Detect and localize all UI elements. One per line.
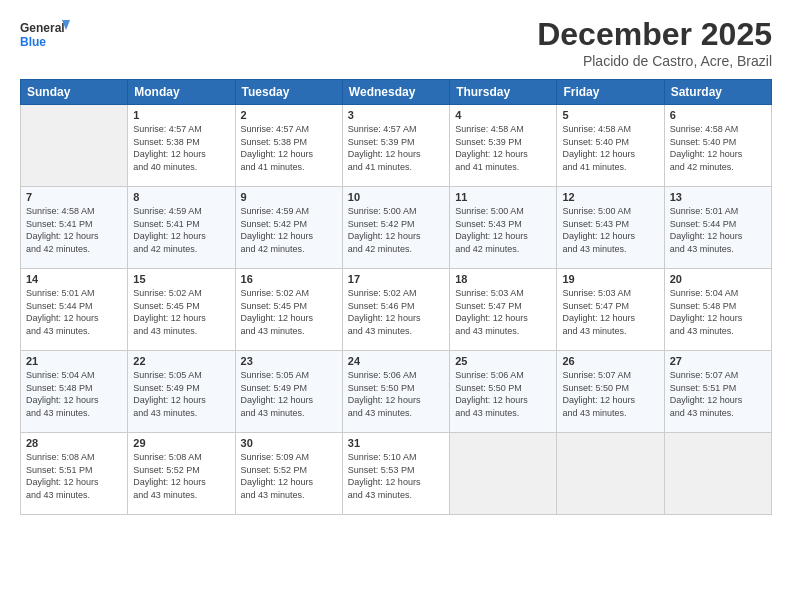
day-number: 18 bbox=[455, 273, 551, 285]
day-info: Sunrise: 5:01 AM Sunset: 5:44 PM Dayligh… bbox=[26, 287, 122, 337]
day-info: Sunrise: 5:07 AM Sunset: 5:50 PM Dayligh… bbox=[562, 369, 658, 419]
day-cell: 10Sunrise: 5:00 AM Sunset: 5:42 PM Dayli… bbox=[342, 187, 449, 269]
logo: General Blue bbox=[20, 16, 70, 58]
week-row-1: 1Sunrise: 4:57 AM Sunset: 5:38 PM Daylig… bbox=[21, 105, 772, 187]
day-cell: 29Sunrise: 5:08 AM Sunset: 5:52 PM Dayli… bbox=[128, 433, 235, 515]
logo-svg: General Blue bbox=[20, 16, 70, 58]
day-info: Sunrise: 5:08 AM Sunset: 5:52 PM Dayligh… bbox=[133, 451, 229, 501]
day-info: Sunrise: 4:57 AM Sunset: 5:38 PM Dayligh… bbox=[133, 123, 229, 173]
day-info: Sunrise: 5:00 AM Sunset: 5:43 PM Dayligh… bbox=[455, 205, 551, 255]
day-info: Sunrise: 4:58 AM Sunset: 5:39 PM Dayligh… bbox=[455, 123, 551, 173]
weekday-wednesday: Wednesday bbox=[342, 80, 449, 105]
day-cell: 11Sunrise: 5:00 AM Sunset: 5:43 PM Dayli… bbox=[450, 187, 557, 269]
day-cell: 25Sunrise: 5:06 AM Sunset: 5:50 PM Dayli… bbox=[450, 351, 557, 433]
day-info: Sunrise: 5:04 AM Sunset: 5:48 PM Dayligh… bbox=[670, 287, 766, 337]
day-cell: 30Sunrise: 5:09 AM Sunset: 5:52 PM Dayli… bbox=[235, 433, 342, 515]
day-cell: 23Sunrise: 5:05 AM Sunset: 5:49 PM Dayli… bbox=[235, 351, 342, 433]
svg-text:General: General bbox=[20, 21, 65, 35]
weekday-tuesday: Tuesday bbox=[235, 80, 342, 105]
day-info: Sunrise: 5:05 AM Sunset: 5:49 PM Dayligh… bbox=[133, 369, 229, 419]
day-number: 29 bbox=[133, 437, 229, 449]
day-cell: 12Sunrise: 5:00 AM Sunset: 5:43 PM Dayli… bbox=[557, 187, 664, 269]
day-number: 17 bbox=[348, 273, 444, 285]
day-number: 2 bbox=[241, 109, 337, 121]
day-number: 24 bbox=[348, 355, 444, 367]
day-cell: 17Sunrise: 5:02 AM Sunset: 5:46 PM Dayli… bbox=[342, 269, 449, 351]
day-number: 31 bbox=[348, 437, 444, 449]
weekday-saturday: Saturday bbox=[664, 80, 771, 105]
day-cell: 16Sunrise: 5:02 AM Sunset: 5:45 PM Dayli… bbox=[235, 269, 342, 351]
day-info: Sunrise: 5:02 AM Sunset: 5:45 PM Dayligh… bbox=[133, 287, 229, 337]
day-number: 25 bbox=[455, 355, 551, 367]
day-info: Sunrise: 5:01 AM Sunset: 5:44 PM Dayligh… bbox=[670, 205, 766, 255]
day-number: 22 bbox=[133, 355, 229, 367]
day-info: Sunrise: 4:58 AM Sunset: 5:41 PM Dayligh… bbox=[26, 205, 122, 255]
day-cell: 2Sunrise: 4:57 AM Sunset: 5:38 PM Daylig… bbox=[235, 105, 342, 187]
day-number: 10 bbox=[348, 191, 444, 203]
day-cell bbox=[557, 433, 664, 515]
weekday-thursday: Thursday bbox=[450, 80, 557, 105]
header: General Blue December 2025 Placido de Ca… bbox=[20, 16, 772, 69]
day-info: Sunrise: 5:04 AM Sunset: 5:48 PM Dayligh… bbox=[26, 369, 122, 419]
calendar-table: SundayMondayTuesdayWednesdayThursdayFrid… bbox=[20, 79, 772, 515]
day-cell bbox=[450, 433, 557, 515]
day-cell: 6Sunrise: 4:58 AM Sunset: 5:40 PM Daylig… bbox=[664, 105, 771, 187]
day-cell: 22Sunrise: 5:05 AM Sunset: 5:49 PM Dayli… bbox=[128, 351, 235, 433]
day-info: Sunrise: 5:03 AM Sunset: 5:47 PM Dayligh… bbox=[455, 287, 551, 337]
day-number: 8 bbox=[133, 191, 229, 203]
day-number: 4 bbox=[455, 109, 551, 121]
weekday-row: SundayMondayTuesdayWednesdayThursdayFrid… bbox=[21, 80, 772, 105]
day-cell bbox=[21, 105, 128, 187]
day-number: 12 bbox=[562, 191, 658, 203]
day-info: Sunrise: 5:05 AM Sunset: 5:49 PM Dayligh… bbox=[241, 369, 337, 419]
day-cell: 9Sunrise: 4:59 AM Sunset: 5:42 PM Daylig… bbox=[235, 187, 342, 269]
day-number: 15 bbox=[133, 273, 229, 285]
day-cell: 13Sunrise: 5:01 AM Sunset: 5:44 PM Dayli… bbox=[664, 187, 771, 269]
day-number: 6 bbox=[670, 109, 766, 121]
day-info: Sunrise: 5:07 AM Sunset: 5:51 PM Dayligh… bbox=[670, 369, 766, 419]
day-info: Sunrise: 4:57 AM Sunset: 5:38 PM Dayligh… bbox=[241, 123, 337, 173]
day-info: Sunrise: 4:59 AM Sunset: 5:41 PM Dayligh… bbox=[133, 205, 229, 255]
day-info: Sunrise: 4:58 AM Sunset: 5:40 PM Dayligh… bbox=[562, 123, 658, 173]
day-cell: 14Sunrise: 5:01 AM Sunset: 5:44 PM Dayli… bbox=[21, 269, 128, 351]
day-cell: 1Sunrise: 4:57 AM Sunset: 5:38 PM Daylig… bbox=[128, 105, 235, 187]
day-info: Sunrise: 4:57 AM Sunset: 5:39 PM Dayligh… bbox=[348, 123, 444, 173]
day-cell: 27Sunrise: 5:07 AM Sunset: 5:51 PM Dayli… bbox=[664, 351, 771, 433]
day-number: 27 bbox=[670, 355, 766, 367]
day-info: Sunrise: 5:09 AM Sunset: 5:52 PM Dayligh… bbox=[241, 451, 337, 501]
day-cell: 7Sunrise: 4:58 AM Sunset: 5:41 PM Daylig… bbox=[21, 187, 128, 269]
day-number: 26 bbox=[562, 355, 658, 367]
day-number: 3 bbox=[348, 109, 444, 121]
day-info: Sunrise: 5:02 AM Sunset: 5:46 PM Dayligh… bbox=[348, 287, 444, 337]
day-cell: 24Sunrise: 5:06 AM Sunset: 5:50 PM Dayli… bbox=[342, 351, 449, 433]
day-number: 9 bbox=[241, 191, 337, 203]
calendar-header: SundayMondayTuesdayWednesdayThursdayFrid… bbox=[21, 80, 772, 105]
day-number: 28 bbox=[26, 437, 122, 449]
month-title: December 2025 bbox=[537, 16, 772, 53]
weekday-friday: Friday bbox=[557, 80, 664, 105]
day-number: 23 bbox=[241, 355, 337, 367]
day-number: 13 bbox=[670, 191, 766, 203]
day-info: Sunrise: 4:58 AM Sunset: 5:40 PM Dayligh… bbox=[670, 123, 766, 173]
day-cell: 20Sunrise: 5:04 AM Sunset: 5:48 PM Dayli… bbox=[664, 269, 771, 351]
weekday-sunday: Sunday bbox=[21, 80, 128, 105]
day-info: Sunrise: 5:00 AM Sunset: 5:43 PM Dayligh… bbox=[562, 205, 658, 255]
day-cell: 19Sunrise: 5:03 AM Sunset: 5:47 PM Dayli… bbox=[557, 269, 664, 351]
title-area: December 2025 Placido de Castro, Acre, B… bbox=[537, 16, 772, 69]
day-info: Sunrise: 5:06 AM Sunset: 5:50 PM Dayligh… bbox=[455, 369, 551, 419]
day-cell: 26Sunrise: 5:07 AM Sunset: 5:50 PM Dayli… bbox=[557, 351, 664, 433]
week-row-2: 7Sunrise: 4:58 AM Sunset: 5:41 PM Daylig… bbox=[21, 187, 772, 269]
day-cell: 3Sunrise: 4:57 AM Sunset: 5:39 PM Daylig… bbox=[342, 105, 449, 187]
day-number: 19 bbox=[562, 273, 658, 285]
day-cell: 31Sunrise: 5:10 AM Sunset: 5:53 PM Dayli… bbox=[342, 433, 449, 515]
page: General Blue December 2025 Placido de Ca… bbox=[0, 0, 792, 525]
day-cell: 8Sunrise: 4:59 AM Sunset: 5:41 PM Daylig… bbox=[128, 187, 235, 269]
day-info: Sunrise: 5:06 AM Sunset: 5:50 PM Dayligh… bbox=[348, 369, 444, 419]
day-cell: 4Sunrise: 4:58 AM Sunset: 5:39 PM Daylig… bbox=[450, 105, 557, 187]
calendar-body: 1Sunrise: 4:57 AM Sunset: 5:38 PM Daylig… bbox=[21, 105, 772, 515]
day-number: 14 bbox=[26, 273, 122, 285]
svg-text:Blue: Blue bbox=[20, 35, 46, 49]
day-info: Sunrise: 5:03 AM Sunset: 5:47 PM Dayligh… bbox=[562, 287, 658, 337]
week-row-5: 28Sunrise: 5:08 AM Sunset: 5:51 PM Dayli… bbox=[21, 433, 772, 515]
day-number: 7 bbox=[26, 191, 122, 203]
